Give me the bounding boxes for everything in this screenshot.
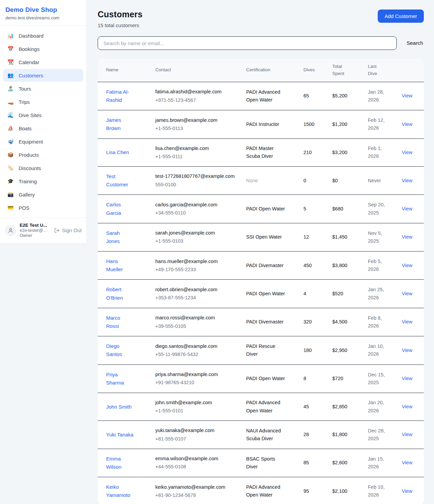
sidebar-item-training[interactable]: 🎓Training <box>3 175 83 188</box>
view-link[interactable]: View <box>402 460 412 465</box>
customer-email: test-1772681807767@example.com <box>155 172 237 180</box>
sidebar-nav: 📊Dashboard📅Bookings📆Calendar👥Customers🏝️… <box>0 26 86 218</box>
bookings-icon: 📅 <box>7 46 14 52</box>
user-role: Owner <box>20 233 47 238</box>
sidebar-item-customers[interactable]: 👥Customers <box>3 69 83 82</box>
customer-name-link[interactable]: Diego Santos <box>106 343 122 357</box>
customer-last-dive: Jan 10, 2026 <box>368 336 402 365</box>
customer-total-spent: $3,800 <box>332 251 368 280</box>
table-header-row: NameContactCertificationDivesTotal Spent… <box>98 59 424 82</box>
customer-name-link[interactable]: Marco Rossi <box>106 315 120 329</box>
sidebar-item-trips[interactable]: 🚤Trips <box>3 95 83 108</box>
customer-phone: +81-90-1234-5678 <box>155 491 237 499</box>
customer-last-dive: Jan 25, 2026 <box>368 280 402 308</box>
customer-name-link[interactable]: Robert O'Brien <box>106 286 123 300</box>
customer-certification: NAUI Advanced Scuba Diver <box>246 421 303 449</box>
sidebar-item-gallery[interactable]: 📸Gallery <box>3 188 83 201</box>
sign-out-icon <box>54 228 60 233</box>
table-row: Robert O'Brienrobert.obrien@example.com+… <box>98 280 424 308</box>
customer-email: sarah.jones@example.com <box>155 229 237 237</box>
page-title: Customers <box>98 10 142 19</box>
view-link[interactable]: View <box>402 404 412 409</box>
customer-last-dive: Dec 15, 2025 <box>368 365 402 393</box>
customer-name-link[interactable]: John Smith <box>106 404 132 410</box>
view-link[interactable]: View <box>402 122 412 127</box>
user-email: e2e-tester@... <box>20 228 47 233</box>
view-link[interactable]: View <box>402 319 412 324</box>
customer-certification: PADI Advanced Open Water <box>246 82 303 110</box>
sidebar-item-label: Training <box>19 179 37 184</box>
customer-phone: +34-555-0110 <box>155 209 237 217</box>
user-name: E2E Test U... <box>20 223 47 228</box>
app-layout: Demo Dive Shop demo.test.divestreams.com… <box>0 0 434 504</box>
sidebar-item-discounts[interactable]: 🏷️Discounts <box>3 162 83 174</box>
customer-name-link[interactable]: Sarah Jones <box>106 230 120 244</box>
customer-certification: PADI Open Water <box>246 195 303 223</box>
view-link[interactable]: View <box>402 488 412 494</box>
tours-icon: 🏝️ <box>7 86 14 92</box>
customer-name-link[interactable]: Yuki Tanaka <box>106 432 134 437</box>
search-input[interactable] <box>98 36 397 50</box>
customer-name-link[interactable]: Hans Mueller <box>106 258 123 272</box>
customer-certification: None <box>246 166 303 194</box>
customer-contact: hans.mueller@example.com+49-170-555-2233 <box>155 251 246 280</box>
customer-name-link[interactable]: Priya Sharma <box>106 372 124 386</box>
view-link[interactable]: View <box>402 206 412 211</box>
sign-out-button[interactable]: Sign Out <box>54 227 82 233</box>
add-customer-button[interactable]: Add Customer <box>378 10 424 23</box>
sidebar-item-calendar[interactable]: 📆Calendar <box>3 56 83 69</box>
customer-total-spent: $2,850 <box>332 393 368 421</box>
customer-name-link[interactable]: Lisa Chen <box>106 149 129 155</box>
view-link[interactable]: View <box>402 178 412 183</box>
customer-name-link[interactable]: Test Customer <box>106 173 128 187</box>
customer-last-dive: Dec 28, 2025 <box>368 421 402 449</box>
column-header-cert: Certification <box>246 59 303 82</box>
view-link[interactable]: View <box>402 93 412 98</box>
view-link[interactable]: View <box>402 432 412 437</box>
sidebar-item-pos[interactable]: 💳POS <box>3 201 83 214</box>
customer-dives: 12 <box>303 223 332 251</box>
sidebar-item-label: Equipment <box>19 139 43 145</box>
view-link[interactable]: View <box>402 291 412 296</box>
table-row: Keiko Yamamotokeiko.yamamoto@example.com… <box>98 477 424 504</box>
customer-total-spent: $2,950 <box>332 336 368 365</box>
customer-last-dive: Feb 8, 2026 <box>368 308 402 336</box>
sidebar-item-dive-sites[interactable]: 🌊Dive Sites <box>3 109 83 122</box>
view-link[interactable]: View <box>402 234 412 240</box>
search-button[interactable]: Search <box>406 38 424 48</box>
customer-email: hans.mueller@example.com <box>155 258 237 265</box>
sidebar-item-products[interactable]: 📦Products <box>3 148 83 161</box>
customer-name-link[interactable]: James Brown <box>106 117 121 131</box>
user-meta: E2E Test U... e2e-tester@... Owner <box>20 223 47 238</box>
customer-email: james.brown@example.com <box>155 116 237 124</box>
customer-certification: PADI Rescue Diver <box>246 336 303 365</box>
customer-contact: marco.rossi@example.com+39-555-0105 <box>155 308 246 336</box>
customer-total-spent: $5,200 <box>332 82 368 110</box>
customer-last-dive: Nov 5, 2025 <box>368 223 402 251</box>
table-row: Hans Muellerhans.mueller@example.com+49-… <box>98 251 424 280</box>
customer-email: keiko.yamamoto@example.com <box>155 483 237 491</box>
sidebar-item-dashboard[interactable]: 📊Dashboard <box>3 29 83 42</box>
sidebar-item-bookings[interactable]: 📅Bookings <box>3 42 83 55</box>
customer-last-dive: Jan 15, 2026 <box>368 449 402 477</box>
customer-name-link[interactable]: Fatima Al-Rashid <box>106 89 129 103</box>
view-link[interactable]: View <box>402 348 412 353</box>
sidebar-item-equipment[interactable]: 🤿Equipment <box>3 135 83 148</box>
customer-total-spent: $2,600 <box>332 449 368 477</box>
customer-name-link[interactable]: Keiko Yamamoto <box>106 484 130 498</box>
customer-contact: fatima.alrashid@example.com+971-55-123-4… <box>155 82 246 110</box>
customer-dives: 85 <box>303 449 332 477</box>
customer-dives: 4 <box>303 280 332 308</box>
view-link[interactable]: View <box>402 376 412 381</box>
sidebar-item-boats[interactable]: ⛵Boats <box>3 122 83 135</box>
view-link[interactable]: View <box>402 263 412 268</box>
customer-email: diego.santos@example.com <box>155 342 237 350</box>
sidebar-item-tours[interactable]: 🏝️Tours <box>3 82 83 95</box>
customer-name-link[interactable]: Emma Wilson <box>106 456 121 470</box>
customer-name-link[interactable]: Carlos Garcia <box>106 202 121 216</box>
view-link[interactable]: View <box>402 150 412 155</box>
customer-last-dive: Jan 20, 2026 <box>368 393 402 421</box>
customers-table: NameContactCertificationDivesTotal Spent… <box>98 59 424 504</box>
customer-phone: +1-555-0103 <box>155 237 237 245</box>
customer-phone: +353-87-555-1234 <box>155 294 237 302</box>
